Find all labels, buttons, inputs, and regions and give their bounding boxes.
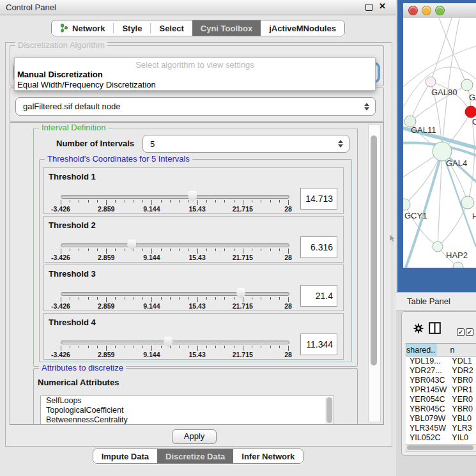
attribute-list-item[interactable]: TopologicalCoefficient <box>41 406 334 415</box>
table-row[interactable]: YER054CYER0 <box>406 395 476 404</box>
table-data-combobox[interactable]: galFiltered.sif default node <box>15 97 376 116</box>
column-header-shared-name[interactable]: shared... <box>406 343 436 357</box>
checkbox-checked-icon: ✓ <box>466 328 473 336</box>
tab-style-label: Style <box>122 24 142 33</box>
table-cell-name[interactable]: YBL0 <box>448 414 476 424</box>
table-cell-name[interactable]: YDR2 <box>448 366 476 376</box>
table-cell-shared-name[interactable]: YLR345W <box>406 424 448 433</box>
network-edge[interactable] <box>431 18 452 82</box>
slider-tick-label: 2.859 <box>98 205 114 213</box>
attribute-list-item[interactable]: SelfLoops <box>41 396 334 406</box>
table-cell-name[interactable]: YDL1 <box>448 357 476 366</box>
close-icon[interactable]: ✕ <box>379 1 386 11</box>
split-columns-icon[interactable] <box>429 322 441 337</box>
attributes-list-scrollbar[interactable] <box>325 397 333 425</box>
table-row[interactable]: YBL079WYBL0 <box>406 414 476 424</box>
table-cell-shared-name[interactable]: YIL052C <box>406 433 448 443</box>
settings-vertical-scrollbar[interactable] <box>368 125 381 422</box>
interval-definition-group: Interval Definition Number of Intervals … <box>33 128 358 367</box>
dropdown-option-manual-discretization[interactable]: Manual Discretization <box>17 70 103 79</box>
tab-select[interactable]: Select <box>151 20 192 36</box>
control-panel-titlebar: Control Panel ✕ <box>0 0 396 15</box>
algorithm-dropdown-popup: Select algorithm to view settings Manual… <box>14 58 376 91</box>
tab-jactivemnodules[interactable]: jActiveMNodules <box>261 20 344 36</box>
network-node[interactable] <box>465 106 476 118</box>
threshold-value-field[interactable]: 6.316 <box>300 236 337 258</box>
close-traffic-light[interactable] <box>408 6 418 15</box>
network-node[interactable] <box>461 79 473 91</box>
tab-cyni-toolbox[interactable]: Cyni Toolbox <box>192 20 261 36</box>
table-row[interactable]: YLR345WYLR3 <box>406 424 476 433</box>
minimize-traffic-light[interactable] <box>422 6 431 15</box>
table-cell-shared-name[interactable]: YER054C <box>406 395 448 404</box>
table-cell-shared-name[interactable]: YBR043C <box>406 376 448 385</box>
column-header-name[interactable]: n <box>436 343 476 357</box>
network-node-label: GAL80 <box>431 88 457 97</box>
network-node[interactable] <box>453 262 463 268</box>
table-row[interactable]: YDR27...YDR2 <box>406 366 476 376</box>
table-cell-name[interactable]: YBR0 <box>448 404 476 414</box>
table-cell-shared-name[interactable]: YDR27... <box>406 366 448 376</box>
gear-icon[interactable] <box>413 323 424 336</box>
table-panel-window: ✓✓ shared... n YDL19...YDL1YDR27...YDR2Y… <box>401 311 476 456</box>
threshold-value-field[interactable]: 14.713 <box>300 188 337 210</box>
slider-tick-label: -3.426 <box>51 254 70 261</box>
network-node[interactable] <box>461 196 474 209</box>
dropdown-option-equal-width-frequency[interactable]: Equal Width/Frequency Discretization <box>17 80 156 89</box>
table-cell-shared-name[interactable]: YBR045C <box>406 404 448 414</box>
network-edge[interactable] <box>410 82 431 121</box>
network-node[interactable] <box>426 77 436 87</box>
table-cell-name[interactable]: YLR3 <box>448 424 476 433</box>
zoom-traffic-light[interactable] <box>435 6 445 15</box>
tab-discretize-data[interactable]: Discretize Data <box>157 449 233 463</box>
table-row[interactable]: YPR145WYPR1 <box>406 385 476 395</box>
threshold-panel-4: Threshold 4-3.4262.8599.14415.4321.71528… <box>43 313 344 360</box>
table-cell-name[interactable]: YER0 <box>448 395 476 404</box>
tab-impute-data[interactable]: Impute Data <box>93 449 157 463</box>
slider-tick-label: 9.144 <box>143 205 160 213</box>
number-of-intervals-combobox[interactable]: 5 <box>142 135 349 153</box>
threshold-panel-3: Threshold 3-3.4262.8599.14415.4321.71528… <box>43 265 344 311</box>
table-cell-shared-name[interactable]: YDL19... <box>406 357 448 366</box>
threshold-value-field[interactable]: 21.4 <box>300 285 337 307</box>
threshold-value-field[interactable]: 11.344 <box>300 334 337 355</box>
checkbox-pair-icon[interactable]: ✓✓ <box>457 325 473 337</box>
discretization-algorithm-group-title: Discretization Algorithm <box>15 41 107 50</box>
slider-tick-label: 21.715 <box>233 351 253 358</box>
stepper-arrows-icon <box>336 140 345 148</box>
tab-infer-network[interactable]: Infer Network <box>233 449 303 463</box>
number-of-intervals-label: Number of Intervals <box>56 139 134 148</box>
table-horizontal-scrollbar[interactable] <box>406 444 476 452</box>
threshold-slider-track[interactable] <box>61 243 289 247</box>
attributes-group-title: Attributes to discretize <box>39 364 126 372</box>
tab-network[interactable]: Network <box>52 20 113 36</box>
threshold-slider-track[interactable] <box>61 341 289 344</box>
table-row[interactable]: YBR045CYBR0 <box>406 404 476 414</box>
tab-style[interactable]: Style <box>114 20 150 36</box>
slider-tick-label: 15.43 <box>188 205 205 213</box>
table-cell-shared-name[interactable]: YPR145W <box>406 385 448 395</box>
float-window-icon[interactable] <box>365 4 372 11</box>
table-row[interactable]: YBR043CYBR0 <box>406 376 476 385</box>
threshold-slider-track[interactable] <box>61 195 289 199</box>
table-panel-title: Table Panel <box>407 296 450 306</box>
threshold-slider-track[interactable] <box>61 292 289 296</box>
table-row[interactable]: YIL052CYIL0 <box>406 433 476 443</box>
thresholds-group: Threshold's Coordinates for 5 Intervals … <box>39 159 352 362</box>
table-cell-name[interactable]: YIL0 <box>448 433 476 443</box>
network-node[interactable] <box>433 242 443 252</box>
network-view-window: GAL80GACGAL11GAL4GCY1HHAP2 <box>397 0 476 292</box>
network-edge[interactable] <box>442 18 459 151</box>
tab-discretize-data-label: Discretize Data <box>165 452 225 461</box>
tab-network-label: Network <box>72 24 105 33</box>
tab-jactivemnodules-label: jActiveMNodules <box>269 24 336 33</box>
table-cell-name[interactable]: YPR1 <box>448 385 476 395</box>
network-canvas[interactable]: GAL80GACGAL11GAL4GCY1HHAP2 <box>403 18 476 268</box>
slider-tick-label: 15.43 <box>188 351 205 358</box>
apply-button[interactable]: Apply <box>172 429 217 444</box>
table-cell-name[interactable]: YBR0 <box>448 376 476 385</box>
table-row[interactable]: YDL19...YDL1 <box>406 357 476 366</box>
network-node-label: HAP2 <box>446 250 468 260</box>
attribute-list-item[interactable]: BetweennessCentrality <box>41 415 334 425</box>
table-cell-shared-name[interactable]: YBL079W <box>406 414 448 424</box>
